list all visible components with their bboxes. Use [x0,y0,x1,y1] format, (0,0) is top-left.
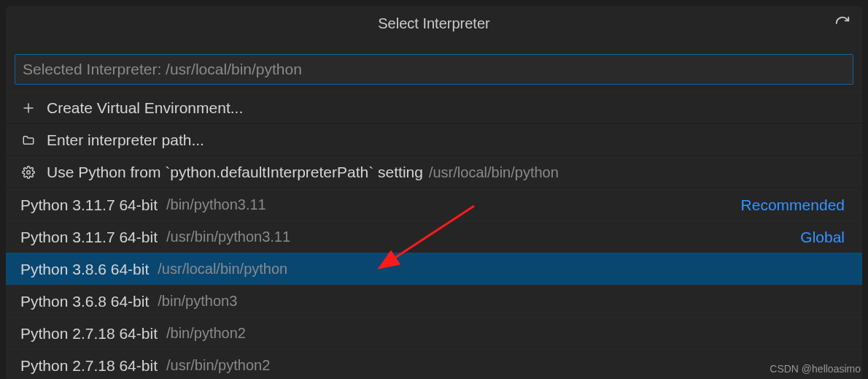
interpreter-path: /usr/bin/python2 [166,357,270,374]
search-input[interactable] [23,61,845,78]
interpreter-path: /bin/python3.11 [166,196,266,213]
interpreter-label: Python 3.8.6 64-bit [20,261,149,278]
interpreter-item[interactable]: Python 3.6.8 64-bit /bin/python3 [6,285,862,317]
interpreter-path: /bin/python2 [166,325,246,342]
dialog-title: Select Interpreter [378,15,489,32]
search-box[interactable] [15,54,853,85]
interpreter-path: /usr/local/bin/python [158,261,287,277]
gear-icon [20,166,36,179]
interpreter-item[interactable]: Python 2.7.18 64-bit /usr/bin/python2 [6,349,862,379]
folder-icon [20,134,36,147]
plus-icon [20,102,36,115]
action-create-venv[interactable]: Create Virtual Environment... [6,92,862,124]
action-label: Enter interpreter path... [47,131,204,149]
action-path: /usr/local/bin/python [429,164,559,181]
interpreter-label: Python 2.7.18 64-bit [20,357,158,375]
interpreter-label: Python 3.11.7 64-bit [20,196,158,214]
interpreter-label: Python 2.7.18 64-bit [20,325,158,342]
action-use-default[interactable]: Use Python from `python.defaultInterpret… [6,156,862,188]
interpreter-label: Python 3.6.8 64-bit [20,293,149,310]
refresh-icon[interactable] [834,15,850,31]
interpreter-item[interactable]: Python 3.11.7 64-bit /bin/python3.11 Rec… [6,188,862,221]
interpreter-path: /usr/bin/python3.11 [166,229,290,245]
interpreter-item[interactable]: Python 2.7.18 64-bit /bin/python2 [6,317,862,349]
action-label: Create Virtual Environment... [47,99,243,117]
interpreter-path: /bin/python3 [158,293,237,310]
watermark: CSDN @helloasimo [770,363,861,375]
action-label: Use Python from `python.defaultInterpret… [47,164,423,181]
dialog-title-bar: Select Interpreter [6,6,862,41]
svg-point-2 [27,171,31,175]
interpreter-badge: Recommended [741,196,848,214]
interpreter-list: Create Virtual Environment... Enter inte… [6,92,862,379]
select-interpreter-dialog: Select Interpreter Create Virtual Enviro… [6,6,862,379]
interpreter-badge: Global [800,229,848,246]
interpreter-item[interactable]: Python 3.11.7 64-bit /usr/bin/python3.11… [6,221,862,253]
action-enter-path[interactable]: Enter interpreter path... [6,124,862,156]
interpreter-label: Python 3.11.7 64-bit [20,229,158,246]
interpreter-item-selected[interactable]: Python 3.8.6 64-bit /usr/local/bin/pytho… [6,253,862,285]
